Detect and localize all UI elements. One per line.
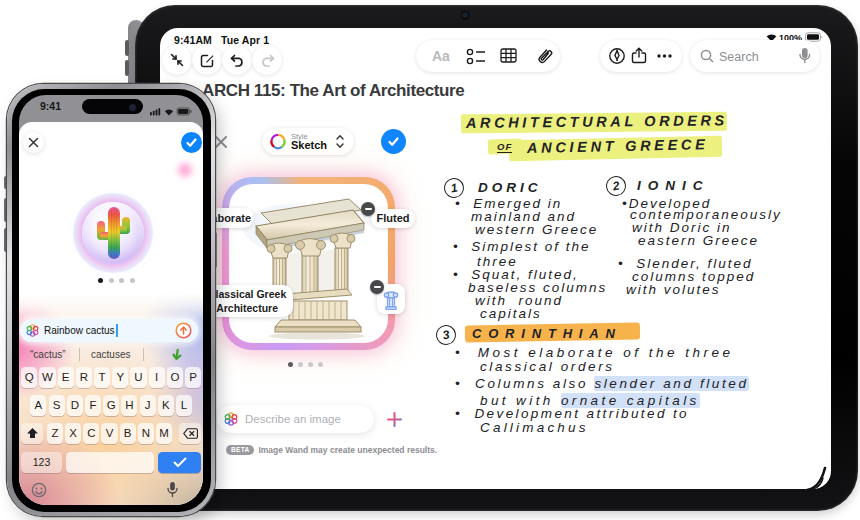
svg-text:Search: Search <box>719 50 759 64</box>
svg-text:Sketch: Sketch <box>291 139 327 151</box>
svg-text:Aa: Aa <box>432 48 450 64</box>
